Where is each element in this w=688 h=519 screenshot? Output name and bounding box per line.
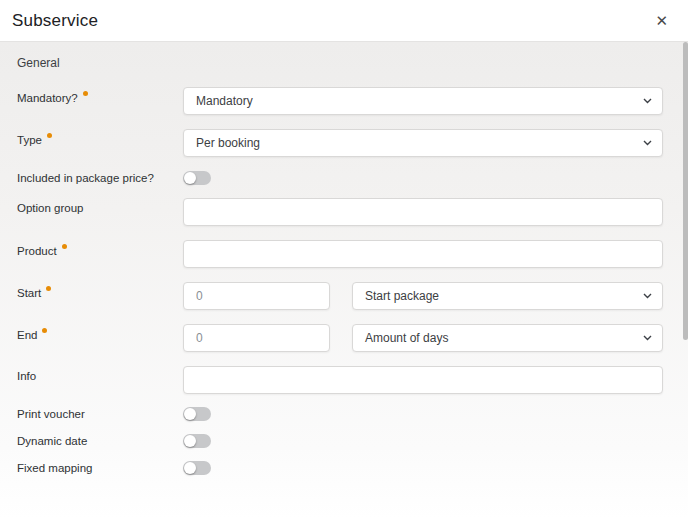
dynamic-date-toggle[interactable]: [183, 434, 211, 448]
form-row-type: Type Per booking: [17, 129, 663, 157]
field-label: Fixed mapping: [17, 462, 183, 475]
field-label-text: End: [17, 329, 37, 341]
close-button[interactable]: ✕: [643, 7, 680, 34]
field-label: Dynamic date: [17, 435, 183, 448]
scrollbar-thumb[interactable]: [683, 42, 688, 340]
print-voucher-toggle[interactable]: [183, 407, 211, 421]
field-label-text: Start: [17, 287, 41, 299]
subservice-dialog: Subservice ✕ General Mandatory? Mandator…: [0, 0, 688, 519]
field-label-text: Included in package price?: [17, 172, 154, 184]
field-label: Info: [17, 366, 183, 383]
form-row-print-voucher: Print voucher: [17, 407, 663, 421]
type-select[interactable]: Per booking: [183, 129, 663, 157]
form-row-included-in-package-price: Included in package price?: [17, 171, 663, 185]
mandatory-select[interactable]: Mandatory: [183, 87, 663, 115]
field-label: Type: [17, 129, 183, 147]
field-label-text: Option group: [17, 202, 84, 214]
field-label-text: Type: [17, 134, 42, 146]
chevron-down-icon: [643, 293, 652, 299]
start-amount-input[interactable]: [183, 282, 330, 310]
field-label: Included in package price?: [17, 172, 183, 185]
field-label-text: Mandatory?: [17, 92, 78, 104]
start-unit-select-value: Start package: [365, 289, 439, 303]
field-label: Print voucher: [17, 408, 183, 421]
form-row-option-group: Option group: [17, 198, 663, 226]
included-in-package-price-toggle[interactable]: [183, 171, 211, 185]
required-dot: [42, 328, 47, 333]
form-content: General Mandatory? Mandatory Type Per bo…: [0, 41, 688, 519]
option-group-input[interactable]: [183, 198, 663, 226]
field-label-text: Info: [17, 370, 36, 382]
required-dot: [46, 286, 51, 291]
field-label: Start: [17, 282, 183, 300]
toggle-knob: [184, 408, 196, 420]
form-row-start: Start Start package: [17, 282, 663, 310]
end-amount-input[interactable]: [183, 324, 330, 352]
toggle-knob: [184, 172, 196, 184]
form-row-fixed-mapping: Fixed mapping: [17, 461, 663, 475]
chevron-down-icon: [643, 140, 652, 146]
mandatory-select-value: Mandatory: [196, 94, 253, 108]
field-label: Mandatory?: [17, 87, 183, 105]
start-unit-select[interactable]: Start package: [352, 282, 663, 310]
field-label-text: Fixed mapping: [17, 462, 92, 474]
field-label: End: [17, 324, 183, 342]
form-row-info: Info: [17, 366, 663, 394]
info-input[interactable]: [183, 366, 663, 394]
field-label-text: Dynamic date: [17, 435, 87, 447]
end-unit-select-value: Amount of days: [365, 331, 448, 345]
field-label-text: Print voucher: [17, 408, 85, 420]
form-row-end: End Amount of days: [17, 324, 663, 352]
field-label: Option group: [17, 198, 183, 215]
form-row-mandatory: Mandatory? Mandatory: [17, 87, 663, 115]
form-row-product: Product: [17, 240, 663, 268]
field-label-text: Product: [17, 245, 57, 257]
type-select-value: Per booking: [196, 136, 260, 150]
dialog-header: Subservice ✕: [0, 0, 688, 41]
required-dot: [62, 244, 67, 249]
form-row-dynamic-date: Dynamic date: [17, 434, 663, 448]
field-label: Product: [17, 240, 183, 258]
toggle-knob: [184, 435, 196, 447]
section-title: General: [17, 56, 663, 70]
page-title: Subservice: [12, 11, 98, 31]
required-dot: [47, 133, 52, 138]
toggle-knob: [184, 462, 196, 474]
product-input[interactable]: [183, 240, 663, 268]
chevron-down-icon: [643, 98, 652, 104]
fixed-mapping-toggle[interactable]: [183, 461, 211, 475]
required-dot: [83, 91, 88, 96]
end-unit-select[interactable]: Amount of days: [352, 324, 663, 352]
close-icon: ✕: [655, 12, 668, 29]
chevron-down-icon: [643, 335, 652, 341]
